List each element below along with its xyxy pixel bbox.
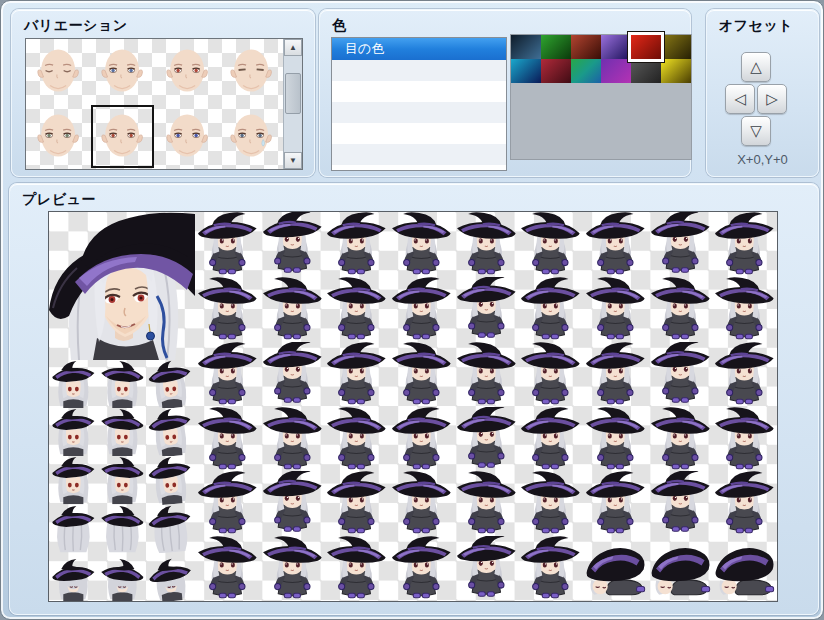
sprite-cell: [454, 407, 519, 472]
preview-face-cell: [98, 505, 147, 553]
palette-swatch[interactable]: [571, 35, 601, 59]
sprite-cell: [195, 342, 260, 407]
color-attribute-list: 目の色: [331, 37, 507, 171]
color-palette: [510, 34, 692, 160]
variation-panel: バリエーション: [11, 9, 315, 177]
offset-right-button[interactable]: ▷: [757, 84, 787, 114]
sprite-cell: [324, 536, 389, 601]
sprite-cell: [454, 536, 519, 601]
sprite-cell: [648, 471, 713, 536]
palette-swatch[interactable]: [571, 59, 601, 83]
offset-up-button[interactable]: △: [741, 52, 771, 82]
scroll-down-button[interactable]: ▼: [284, 152, 302, 169]
palette-swatch[interactable]: [511, 59, 541, 83]
variation-face-option[interactable]: [90, 39, 154, 104]
down-triangle-icon: ▽: [750, 122, 762, 140]
offset-down-button[interactable]: ▽: [741, 116, 771, 146]
sprite-cell: [195, 277, 260, 342]
character-generator-window: バリエーション: [0, 0, 824, 620]
palette-swatch[interactable]: [541, 35, 571, 59]
sprite-cell: [324, 212, 389, 277]
variation-face-option-selected[interactable]: [90, 104, 154, 169]
sprite-cell: [518, 407, 583, 472]
sprite-cell: [583, 212, 648, 277]
palette-swatch[interactable]: [541, 59, 571, 83]
variation-face-option[interactable]: [219, 39, 283, 104]
preview-face-cell: [98, 408, 147, 456]
preview-face-cell: [49, 456, 98, 504]
preview-sprite-grid: [195, 212, 777, 601]
variation-face-option[interactable]: [155, 104, 219, 169]
up-triangle-icon: △: [750, 58, 762, 76]
sprite-cell: [583, 277, 648, 342]
sprite-cell: [712, 342, 777, 407]
preview-face-cell: [49, 408, 98, 456]
sprite-cell: [454, 277, 519, 342]
variation-scrollbar[interactable]: ▲ ▼: [283, 39, 302, 169]
sprite-cell: [454, 471, 519, 536]
offset-status: X+0,Y+0: [707, 152, 818, 167]
offset-left-button[interactable]: ◁: [725, 84, 755, 114]
color-list-item[interactable]: [332, 60, 506, 81]
sprite-cell: [583, 536, 648, 601]
palette-swatch[interactable]: [511, 35, 541, 59]
sprite-cell: [389, 342, 454, 407]
sprite-cell: [260, 536, 325, 601]
color-list-item[interactable]: [332, 102, 506, 123]
variation-face-option[interactable]: [26, 104, 90, 169]
variation-face-option[interactable]: [155, 39, 219, 104]
scrollbar-thumb[interactable]: [285, 73, 301, 113]
sprite-cell: [518, 342, 583, 407]
palette-swatch[interactable]: [631, 59, 661, 83]
variation-face-option[interactable]: [219, 104, 283, 169]
sprite-cell: [260, 342, 325, 407]
left-triangle-icon: ◁: [734, 90, 746, 108]
preview-title: プレビュー: [22, 191, 96, 209]
sprite-cell: [324, 342, 389, 407]
palette-swatch[interactable]: [661, 59, 691, 83]
preview-face-cell: [49, 505, 98, 553]
color-list-item[interactable]: [332, 81, 506, 102]
sprite-cell: [518, 212, 583, 277]
preview-face-cell: [146, 505, 195, 553]
scroll-up-icon: ▲: [289, 43, 297, 52]
variation-title: バリエーション: [24, 17, 127, 35]
sprite-cell: [518, 536, 583, 601]
palette-swatch-selected[interactable]: [631, 35, 661, 59]
right-triangle-icon: ▷: [766, 90, 778, 108]
color-list-item[interactable]: [332, 123, 506, 144]
sprite-cell: [454, 212, 519, 277]
offset-panel: オフセット △ ◁ ▷ ▽ X+0,Y+0: [706, 9, 819, 177]
preview-face-cell: [98, 553, 147, 601]
sprite-cell: [712, 212, 777, 277]
color-list-item[interactable]: [332, 144, 506, 165]
sprite-cell: [324, 277, 389, 342]
scroll-up-button[interactable]: ▲: [284, 39, 302, 56]
scroll-down-icon: ▼: [289, 156, 297, 165]
sprite-cell: [518, 471, 583, 536]
sprite-cell: [389, 407, 454, 472]
sprite-cell: [518, 277, 583, 342]
sprite-cell: [648, 342, 713, 407]
color-panel: 色 目の色: [319, 9, 691, 177]
scrollbar-track[interactable]: [284, 56, 302, 152]
palette-swatch[interactable]: [601, 35, 631, 59]
color-list-item-selected[interactable]: 目の色: [332, 38, 506, 60]
sprite-cell: [712, 277, 777, 342]
sprite-cell: [324, 471, 389, 536]
sprite-cell: [195, 407, 260, 472]
preview-face-cell: [146, 553, 195, 601]
sprite-cell: [260, 471, 325, 536]
palette-swatch[interactable]: [601, 59, 631, 83]
sprite-cell: [454, 342, 519, 407]
offset-title: オフセット: [719, 17, 793, 35]
variation-face-option[interactable]: [26, 39, 90, 104]
sprite-cell: [583, 471, 648, 536]
palette-swatch[interactable]: [661, 35, 691, 59]
sprite-cell: [648, 277, 713, 342]
preview-left-column: [49, 212, 195, 601]
preview-face-cell: [146, 408, 195, 456]
preview-panel: プレビュー: [9, 183, 819, 615]
sprite-cell: [195, 212, 260, 277]
sprite-cell: [648, 212, 713, 277]
